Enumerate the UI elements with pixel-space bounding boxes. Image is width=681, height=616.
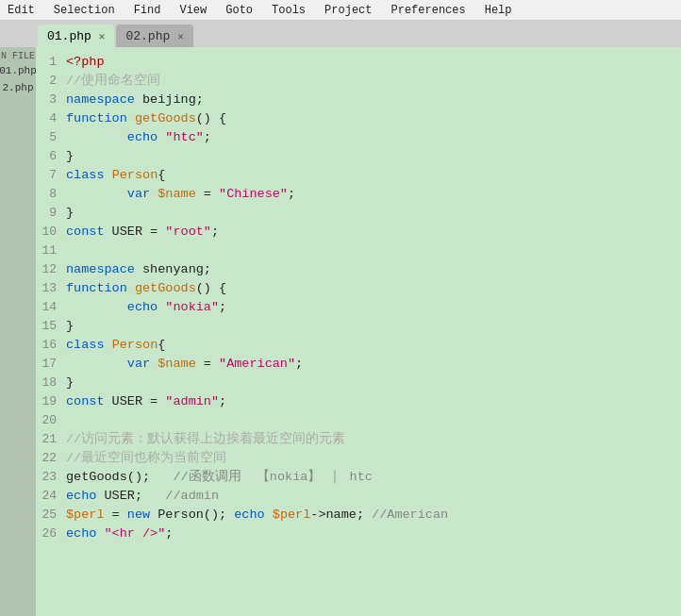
menu-bar: Edit Selection Find View Goto Tools Proj… [0,0,681,21]
code-line-17: 17 var $name = "American"; [36,355,681,374]
line-number-25: 25 [36,506,66,524]
line-content-18: } [66,374,74,392]
token: $name [158,187,196,201]
tab-01php[interactable]: 01.php ✕ [38,25,114,47]
menu-goto[interactable]: Goto [222,4,257,17]
token: function [66,281,127,295]
token: var [127,187,150,201]
token: $perl [273,508,311,522]
menu-view[interactable]: View [175,4,210,17]
token: } [66,375,74,390]
token: ; [204,130,211,144]
token: getGoods [135,111,196,125]
line-content-12: namespace shenyang; [66,260,211,279]
menu-preferences[interactable]: Preferences [388,4,470,17]
token: namespace [66,92,135,107]
token: Person(); [150,508,234,522]
token [66,187,127,201]
token [127,281,135,295]
menu-tools[interactable]: Tools [268,4,309,17]
code-line-5: 5 echo "htc"; [36,128,681,147]
token: "Chinese" [219,187,288,201]
token [105,168,112,182]
side-file-01php[interactable]: 01.php [0,63,37,78]
token [96,526,104,541]
token: namespace [66,262,135,276]
line-content-26: echo "<hr />"; [66,524,173,543]
tab-02php-close[interactable]: ✕ [177,30,184,42]
token: ; [165,526,173,541]
line-content-10: const USER = "root"; [66,223,219,241]
token: ; [288,187,295,201]
token: ; [219,300,226,314]
code-line-9: 9} [36,204,681,223]
side-panel: N FILE 01.php 2.php [0,47,36,616]
token: = [196,357,219,371]
token: () { [196,281,226,295]
code-editor[interactable]: 1<?php2//使用命名空间3namespace beijing;4funct… [36,47,681,616]
code-line-10: 10const USER = "root"; [36,223,681,241]
code-line-21: 21//访问元素：默认获得上边挨着最近空间的元素 [36,430,681,449]
token: "<hr />" [105,526,166,541]
line-content-9: } [66,204,74,223]
line-content-7: class Person{ [66,166,165,185]
line-number-6: 6 [36,147,66,166]
code-line-22: 22//最近空间也称为当前空间 [36,449,681,468]
token [127,111,135,125]
token: "htc" [165,130,204,144]
token: echo [66,489,96,503]
menu-selection[interactable]: Selection [50,4,119,17]
line-content-1: <?php [66,53,105,72]
code-line-19: 19const USER = "admin"; [36,392,681,411]
side-file-2php[interactable]: 2.php [2,80,33,95]
line-content-2: //使用命名空间 [66,72,160,91]
tab-01php-close[interactable]: ✕ [99,30,106,42]
menu-help[interactable]: Help [481,4,516,17]
token: USER; [96,489,165,503]
tab-02php[interactable]: 02.php ✕ [116,25,192,47]
token: "American" [219,357,295,371]
token: //admin [165,489,219,503]
code-line-24: 24echo USER; //admin [36,487,681,506]
line-content-25: $perl = new Person(); echo $perl->name; … [66,506,448,524]
line-number-3: 3 [36,91,66,109]
tab-01php-label: 01.php [47,29,91,43]
token: USER = [105,394,166,408]
line-content-21: //访问元素：默认获得上边挨着最近空间的元素 [66,430,345,449]
line-number-5: 5 [36,128,66,147]
token: getGoods(); [66,470,173,484]
tab-02php-label: 02.php [125,29,170,43]
line-number-14: 14 [36,298,66,317]
code-line-7: 7class Person{ [36,166,681,185]
token: "admin" [165,394,219,408]
line-number-1: 1 [36,53,66,72]
line-number-15: 15 [36,317,66,336]
line-number-13: 13 [36,279,66,298]
main-area: N FILE 01.php 2.php 1<?php2//使用命名空间3name… [0,47,681,616]
menu-project[interactable]: Project [321,4,375,17]
token: echo [127,130,158,144]
token: Person [112,168,158,182]
line-content-11 [66,241,74,260]
line-content-17: var $name = "American"; [66,355,303,374]
code-line-16: 16class Person{ [36,336,681,355]
code-line-6: 6} [36,147,681,166]
token: //函数调用 【nokia】 ｜ htc [173,470,372,484]
menu-edit[interactable]: Edit [4,4,39,17]
line-number-22: 22 [36,449,66,468]
menu-find[interactable]: Find [130,4,165,17]
code-line-3: 3namespace beijing; [36,91,681,109]
code-line-15: 15} [36,317,681,336]
token: function [66,111,127,125]
token: //访问元素：默认获得上边挨着最近空间的元素 [66,432,345,446]
token: shenyang; [135,262,211,276]
line-content-22: //最近空间也称为当前空间 [66,449,226,468]
token: ; [211,225,219,239]
token: //American [372,508,448,522]
line-number-8: 8 [36,185,66,204]
token: beijing; [135,92,204,107]
token: $name [158,357,196,371]
line-number-16: 16 [36,336,66,355]
token: () { [196,111,226,125]
code-line-26: 26echo "<hr />"; [36,524,681,543]
